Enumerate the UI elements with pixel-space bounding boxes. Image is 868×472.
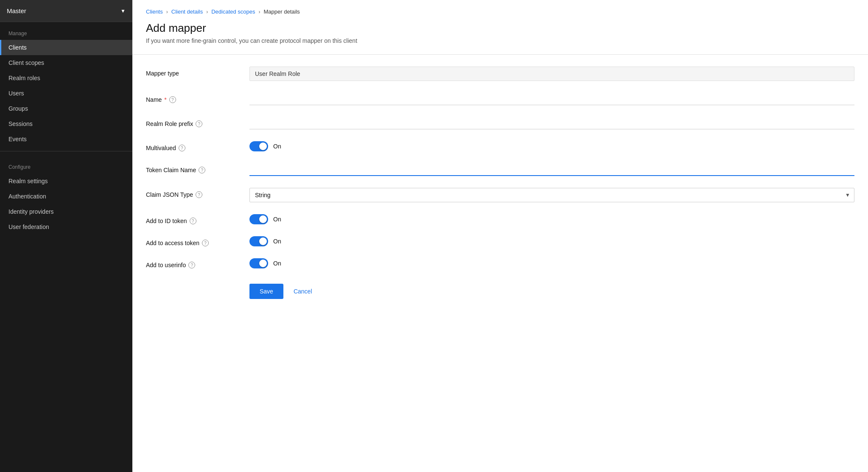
add-to-id-token-label: Add to ID token ? <box>146 218 239 224</box>
mapper-type-row: Mapper type User Realm Role <box>146 67 854 81</box>
add-to-id-token-help-icon[interactable]: ? <box>190 218 196 224</box>
sidebar-item-identity-providers[interactable]: Identity providers <box>0 204 132 219</box>
main-content: Clients › Client details › Dedicated sco… <box>132 0 868 472</box>
breadcrumb-sep-3: › <box>259 9 260 15</box>
claim-json-type-help-icon[interactable]: ? <box>196 191 202 198</box>
token-claim-name-input[interactable] <box>249 163 854 176</box>
sidebar-item-realm-settings[interactable]: Realm settings <box>0 173 132 189</box>
realm-name: Master <box>7 7 26 14</box>
add-to-id-token-toggle-wrapper: On <box>249 214 854 224</box>
claim-json-type-row: Claim JSON Type ? String long int boolea… <box>146 188 854 202</box>
breadcrumb-clients[interactable]: Clients <box>146 8 163 15</box>
multivalued-label: Multivalued ? <box>146 145 239 151</box>
add-to-access-token-label: Add to access token ? <box>146 240 239 246</box>
realm-role-prefix-label: Realm Role prefix ? <box>146 120 239 127</box>
realm-dropdown-icon: ▼ <box>120 8 126 14</box>
add-to-access-token-row: Add to access token ? On <box>146 236 854 246</box>
name-label: Name * ? <box>146 96 239 103</box>
page-subtitle: If you want more fine-grain control, you… <box>146 37 854 44</box>
breadcrumb-dedicated-scopes[interactable]: Dedicated scopes <box>211 8 255 15</box>
multivalued-toggle-wrapper: On <box>249 141 854 151</box>
name-help-icon[interactable]: ? <box>169 96 176 103</box>
add-to-userinfo-toggle[interactable] <box>249 258 268 268</box>
add-to-access-token-help-icon[interactable]: ? <box>202 240 209 246</box>
mapper-type-value: User Realm Role <box>249 67 854 81</box>
token-claim-name-row: Token Claim Name ? <box>146 163 854 176</box>
save-button[interactable]: Save <box>249 284 283 299</box>
add-to-access-token-toggle[interactable] <box>249 236 268 246</box>
breadcrumb-sep-2: › <box>206 9 208 15</box>
claim-json-type-label: Claim JSON Type ? <box>146 191 239 198</box>
sidebar-item-user-federation[interactable]: User federation <box>0 219 132 235</box>
realm-role-prefix-row: Realm Role prefix ? <box>146 117 854 129</box>
add-to-access-token-toggle-wrapper: On <box>249 236 854 246</box>
add-to-id-token-row: Add to ID token ? On <box>146 214 854 224</box>
add-to-userinfo-toggle-wrapper: On <box>249 258 854 268</box>
sidebar-divider <box>0 151 132 151</box>
add-to-userinfo-state: On <box>273 260 281 267</box>
multivalued-help-icon[interactable]: ? <box>179 145 185 151</box>
sidebar-item-clients[interactable]: Clients <box>0 40 132 55</box>
realm-role-prefix-help-icon[interactable]: ? <box>196 120 202 127</box>
breadcrumb-client-details[interactable]: Client details <box>171 8 203 15</box>
cancel-button[interactable]: Cancel <box>290 284 316 299</box>
breadcrumb-sep-1: › <box>166 9 168 15</box>
multivalued-row: Multivalued ? On <box>146 141 854 151</box>
add-to-userinfo-help-icon[interactable]: ? <box>188 262 195 268</box>
add-to-id-token-state: On <box>273 216 281 223</box>
sidebar-item-client-scopes[interactable]: Client scopes <box>0 55 132 70</box>
configure-section-label: Configure <box>0 156 132 173</box>
token-claim-name-label: Token Claim Name ? <box>146 167 239 173</box>
multivalued-state: On <box>273 143 281 150</box>
add-to-access-token-state: On <box>273 238 281 245</box>
claim-json-type-select[interactable]: String long int boolean JSON <box>249 188 854 202</box>
token-claim-name-help-icon[interactable]: ? <box>199 167 205 173</box>
sidebar: Master ▼ Manage Clients Client scopes Re… <box>0 0 132 472</box>
sidebar-item-groups[interactable]: Groups <box>0 101 132 116</box>
breadcrumb: Clients › Client details › Dedicated sco… <box>132 0 868 15</box>
manage-section-label: Manage <box>0 22 132 40</box>
realm-selector[interactable]: Master ▼ <box>0 0 132 22</box>
page-header: Add mapper If you want more fine-grain c… <box>132 15 868 54</box>
name-required-indicator: * <box>164 96 166 103</box>
claim-json-type-select-wrapper: String long int boolean JSON ▼ <box>249 188 854 202</box>
name-input[interactable] <box>249 93 854 105</box>
add-to-id-token-toggle[interactable] <box>249 214 268 224</box>
multivalued-toggle[interactable] <box>249 141 268 151</box>
realm-role-prefix-input[interactable] <box>249 117 854 129</box>
sidebar-item-realm-roles[interactable]: Realm roles <box>0 70 132 86</box>
add-to-userinfo-label: Add to userinfo ? <box>146 262 239 268</box>
sidebar-item-events[interactable]: Events <box>0 131 132 147</box>
page-title: Add mapper <box>146 22 854 35</box>
sidebar-item-authentication[interactable]: Authentication <box>0 189 132 204</box>
breadcrumb-current: Mapper details <box>264 8 300 15</box>
sidebar-item-users[interactable]: Users <box>0 86 132 101</box>
sidebar-item-sessions[interactable]: Sessions <box>0 116 132 131</box>
button-row: Save Cancel <box>146 280 854 299</box>
form-container: Mapper type User Realm Role Name * ? <box>132 55 868 311</box>
mapper-type-label: Mapper type <box>146 70 239 77</box>
name-row: Name * ? <box>146 93 854 105</box>
add-to-userinfo-row: Add to userinfo ? On <box>146 258 854 268</box>
